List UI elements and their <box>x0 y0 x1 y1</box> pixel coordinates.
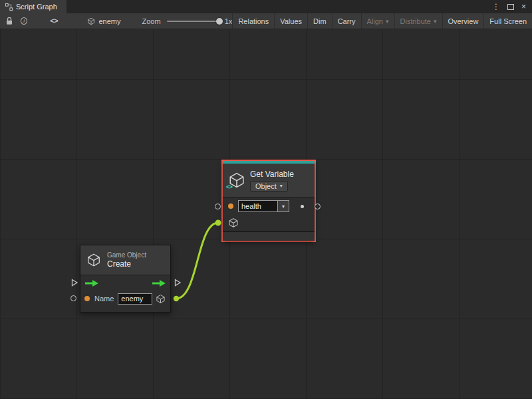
node-category: Game Object <box>107 251 146 259</box>
maximize-icon[interactable] <box>507 4 514 10</box>
variable-cube-icon: <> <box>228 172 245 189</box>
chevron-down-icon: ▾ <box>282 203 285 209</box>
graph-toolbar: i <> enemy Zoom 1x Relations Values Dim … <box>0 13 532 29</box>
variable-name-row: ▾ <box>223 198 315 215</box>
create-node-header: Game Object Create <box>80 245 170 275</box>
lock-icon[interactable] <box>5 17 13 25</box>
cube-icon <box>87 17 95 25</box>
chevron-down-icon: ▾ <box>386 18 389 25</box>
chevron-down-icon: ▾ <box>280 183 283 189</box>
graph-owner-name: enemy <box>98 17 120 25</box>
result-cube-icon[interactable] <box>156 294 166 304</box>
create-name-port[interactable] <box>70 295 76 301</box>
param-label: Name <box>94 295 114 303</box>
code-icon[interactable]: <> <box>50 17 57 25</box>
window-controls: ⋮ × <box>492 0 532 13</box>
scope-value: Object <box>255 182 277 190</box>
game-object-cube-icon <box>86 253 101 267</box>
scope-dropdown[interactable]: Object ▾ <box>250 181 288 192</box>
object-port-cube-icon[interactable] <box>228 217 239 228</box>
zoom-slider[interactable] <box>167 17 219 26</box>
node-title: Get Variable <box>250 170 294 179</box>
variable-picker-button[interactable]: ▾ <box>277 201 289 211</box>
wire-end-port <box>215 220 221 226</box>
tab-label: Script Graph <box>16 3 57 11</box>
name-port-icon[interactable] <box>84 296 90 301</box>
variable-name-port-icon[interactable] <box>228 203 233 209</box>
get-variable-input-port[interactable] <box>215 203 221 209</box>
window-menu-icon[interactable]: ⋮ <box>492 2 500 11</box>
name-input[interactable] <box>118 293 152 305</box>
flow-out-arrow-icon[interactable] <box>152 279 166 287</box>
zoom-slider-track[interactable] <box>167 21 219 22</box>
carry-button[interactable]: Carry <box>332 13 361 29</box>
toolbar-buttons: Relations Values Dim Carry Align ▾ Distr… <box>232 13 532 29</box>
flow-row <box>80 275 170 291</box>
create-flow-out-port[interactable] <box>174 279 182 287</box>
name-param-row: Name <box>80 291 170 307</box>
zoom-slider-handle[interactable] <box>216 18 223 25</box>
full-screen-button[interactable]: Full Screen <box>483 13 532 29</box>
zoom-value: 1x <box>225 17 233 25</box>
code-badge-icon: <> <box>226 184 232 191</box>
create-flow-in-port[interactable] <box>70 279 78 287</box>
tab-script-graph[interactable]: Script Graph <box>0 0 66 13</box>
node-title: Create <box>107 259 146 269</box>
get-variable-header: <> Get Variable Object ▾ <box>223 164 315 197</box>
close-icon[interactable]: × <box>521 2 526 11</box>
value-output-port[interactable] <box>301 205 304 208</box>
graph-owner[interactable]: enemy <box>87 17 120 25</box>
info-icon[interactable]: i <box>21 17 27 25</box>
variable-name-combo[interactable]: ▾ <box>238 200 289 212</box>
get-variable-output-port[interactable] <box>315 203 321 209</box>
values-button[interactable]: Values <box>274 13 307 29</box>
wire-start-port <box>174 296 179 301</box>
graph-canvas[interactable]: <> Get Variable Object ▾ ▾ <box>0 29 532 399</box>
titlebar: Script Graph ⋮ × <box>0 0 532 13</box>
get-variable-node[interactable]: <> Get Variable Object ▾ ▾ <box>221 160 316 242</box>
relations-button[interactable]: Relations <box>232 13 274 29</box>
chevron-down-icon: ▾ <box>434 18 437 25</box>
dim-button[interactable]: Dim <box>307 13 332 29</box>
script-graph-icon <box>5 3 13 11</box>
node-footer <box>223 231 315 241</box>
zoom-label: Zoom <box>142 17 161 25</box>
object-target-row <box>223 215 315 231</box>
distribute-button[interactable]: Distribute ▾ <box>394 13 442 29</box>
flow-in-arrow-icon[interactable] <box>84 279 99 287</box>
game-object-create-node[interactable]: Game Object Create Name <box>80 245 171 313</box>
align-button[interactable]: Align ▾ <box>361 13 394 29</box>
overview-button[interactable]: Overview <box>442 13 484 29</box>
variable-name-input[interactable] <box>239 201 277 211</box>
